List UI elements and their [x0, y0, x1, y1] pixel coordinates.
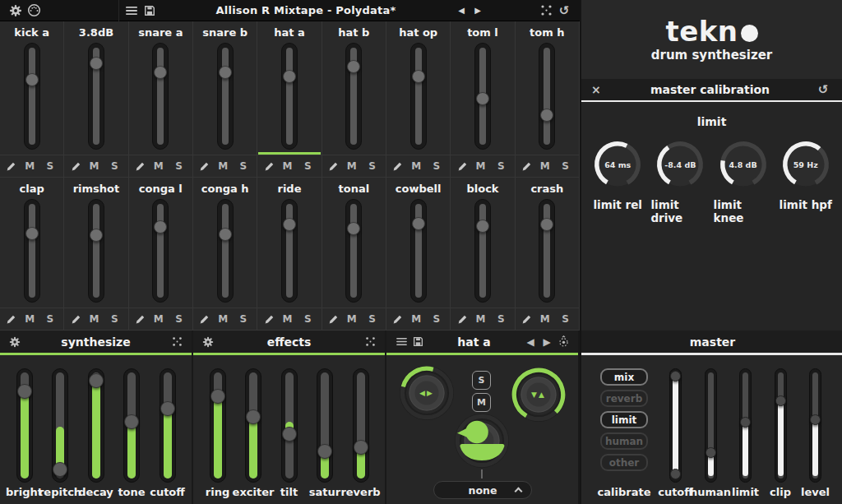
limit-knee-knob[interactable]: 4.8 dB	[719, 140, 768, 189]
save-icon[interactable]	[409, 334, 426, 350]
mute-button[interactable]: M	[280, 160, 294, 172]
edit-channel-icon[interactable]	[135, 314, 146, 325]
save-icon[interactable]	[141, 1, 159, 21]
master-clip-fader[interactable]	[775, 368, 787, 483]
pan-knob[interactable]: ◀▶	[400, 366, 454, 420]
fader-thumb[interactable]	[124, 414, 139, 429]
edit-channel-icon[interactable]	[71, 161, 81, 172]
mute-button[interactable]: M	[22, 313, 37, 325]
repitch-fader[interactable]	[52, 368, 68, 483]
pitch-knob[interactable]: ▼▲	[511, 368, 566, 422]
cutoff-fader[interactable]	[160, 368, 176, 483]
solo-button[interactable]: S	[493, 160, 508, 172]
expand-dots-icon[interactable]	[169, 334, 185, 350]
tilt-fader[interactable]	[281, 368, 298, 483]
reset-icon[interactable]: ↺	[814, 80, 832, 99]
fader-thumb[interactable]	[283, 70, 296, 83]
fader-thumb[interactable]	[412, 70, 425, 83]
channel-volume-fader[interactable]	[24, 199, 40, 303]
mute-button[interactable]: M	[215, 313, 230, 325]
prev-channel-button[interactable]: ◀	[522, 334, 539, 350]
solo-button[interactable]: S	[472, 371, 491, 390]
channel-volume-fader[interactable]	[281, 199, 298, 303]
solo-button[interactable]: S	[107, 313, 122, 325]
drag-target-icon[interactable]	[555, 334, 571, 350]
tone-fader[interactable]	[123, 368, 140, 483]
mute-button[interactable]: M	[409, 313, 423, 325]
settings-gear-icon[interactable]	[7, 334, 23, 350]
mix-button[interactable]: mix	[600, 368, 648, 386]
satur-fader[interactable]	[317, 368, 333, 483]
duck-knob[interactable]	[455, 414, 509, 468]
master-level-fader[interactable]	[809, 368, 821, 483]
channel-volume-fader[interactable]	[217, 199, 234, 303]
limit-drive-knob[interactable]: -8.4 dB	[655, 140, 705, 189]
fader-thumb[interactable]	[219, 228, 232, 241]
reset-icon[interactable]: ↺	[555, 1, 573, 21]
solo-button[interactable]: S	[172, 160, 187, 172]
channel-volume-fader[interactable]	[152, 199, 169, 303]
mute-button[interactable]: M	[409, 160, 423, 172]
solo-button[interactable]: S	[300, 313, 315, 325]
channel-volume-fader[interactable]	[539, 199, 555, 303]
reverb-button[interactable]: reverb	[600, 390, 648, 407]
solo-button[interactable]: S	[172, 313, 187, 325]
channel-volume-fader[interactable]	[539, 43, 555, 150]
duck-source-dropdown[interactable]: none	[433, 481, 532, 499]
next-channel-button[interactable]: ▶	[539, 334, 555, 350]
master-limit-fader[interactable]	[739, 368, 752, 483]
mute-button[interactable]: M	[86, 313, 101, 325]
edit-channel-icon[interactable]	[392, 314, 403, 325]
edit-channel-icon[interactable]	[264, 314, 275, 325]
solo-button[interactable]: S	[558, 160, 573, 172]
edit-channel-icon[interactable]	[199, 161, 210, 172]
menu-hamburger-icon[interactable]	[393, 334, 409, 350]
preset-title[interactable]: Allison R Mixtape - Polydata*	[159, 4, 453, 16]
edit-channel-icon[interactable]	[71, 314, 81, 325]
channel-volume-fader[interactable]	[345, 199, 362, 303]
channel-volume-fader[interactable]	[24, 43, 40, 150]
midi-icon[interactable]	[25, 1, 43, 21]
edit-channel-icon[interactable]	[6, 314, 16, 325]
solo-button[interactable]: S	[429, 160, 444, 172]
fader-thumb[interactable]	[89, 373, 104, 388]
fader-thumb[interactable]	[154, 66, 167, 79]
mute-button[interactable]: M	[472, 393, 491, 412]
fader-thumb[interactable]	[53, 462, 67, 477]
edit-channel-icon[interactable]	[6, 161, 16, 172]
edit-channel-icon[interactable]	[457, 314, 468, 325]
settings-gear-icon[interactable]	[7, 1, 25, 21]
mute-button[interactable]: M	[151, 160, 166, 172]
edit-channel-icon[interactable]	[264, 161, 275, 172]
mute-button[interactable]: M	[345, 160, 359, 172]
bright-fader[interactable]	[16, 368, 33, 483]
channel-volume-fader[interactable]	[281, 43, 298, 150]
other-button[interactable]: other	[600, 454, 648, 471]
fader-thumb[interactable]	[90, 57, 103, 70]
solo-button[interactable]: S	[558, 313, 573, 325]
fader-thumb[interactable]	[246, 409, 261, 424]
channel-volume-fader[interactable]	[410, 43, 427, 150]
next-preset-button[interactable]: ▶	[470, 6, 486, 15]
fader-thumb[interactable]	[25, 73, 39, 86]
edit-channel-icon[interactable]	[328, 161, 339, 172]
mute-button[interactable]: M	[151, 313, 166, 325]
fader-thumb[interactable]	[282, 427, 297, 442]
fader-thumb[interactable]	[210, 389, 225, 404]
channel-volume-fader[interactable]	[345, 43, 362, 150]
fader-thumb[interactable]	[412, 217, 425, 230]
fader-thumb[interactable]	[17, 384, 32, 399]
fader-thumb[interactable]	[670, 371, 681, 381]
fader-thumb[interactable]	[317, 444, 332, 459]
fader-thumb[interactable]	[706, 447, 716, 458]
limit-rel-knob[interactable]: 64 ms	[593, 140, 642, 189]
fader-thumb[interactable]	[354, 440, 368, 455]
reverb-fader[interactable]	[353, 368, 369, 483]
mute-button[interactable]: M	[86, 160, 101, 172]
solo-button[interactable]: S	[107, 160, 122, 172]
fader-thumb[interactable]	[740, 417, 751, 428]
solo-button[interactable]: S	[236, 313, 251, 325]
fader-thumb[interactable]	[25, 227, 39, 240]
fader-thumb[interactable]	[476, 92, 489, 105]
fader-thumb[interactable]	[219, 66, 232, 79]
